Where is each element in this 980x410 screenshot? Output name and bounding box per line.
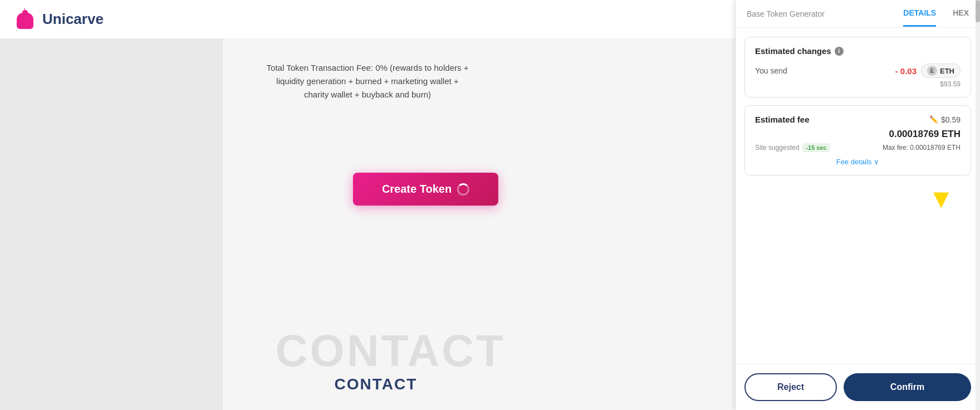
confirm-button[interactable]: Confirm <box>844 373 971 401</box>
contact-watermark: CONTACT <box>276 325 506 377</box>
you-send-right: - 0.03 E ETH <box>895 64 961 78</box>
fee-details-link[interactable]: Fee details ∨ <box>755 158 961 166</box>
metamask-panel: Base Token Generator DETAILS HEX Estimat… <box>735 0 980 410</box>
arrow-annotation: ▼ <box>744 186 971 212</box>
estimated-changes-title: Estimated changes i <box>755 46 961 56</box>
logo-text: Unicarve <box>42 11 104 28</box>
eth-label: ETH <box>940 67 954 75</box>
reject-button[interactable]: Reject <box>744 373 837 401</box>
you-send-row: You send - 0.03 E ETH <box>755 64 961 78</box>
tab-hex[interactable]: HEX <box>953 1 969 27</box>
main-content: Total Token Transaction Fee: 0% (rewards… <box>0 39 735 410</box>
create-token-label: Create Token <box>382 183 452 196</box>
fee-details-label: Fee details <box>836 158 872 166</box>
fee-usd-row: ✏️ $0.59 <box>929 115 961 124</box>
info-icon: i <box>835 47 844 56</box>
main-area: Unicarve Total Token Transaction Fee: 0%… <box>0 0 735 410</box>
panel-header: Base Token Generator DETAILS HEX <box>736 0 980 28</box>
logo-container: Unicarve <box>13 8 104 31</box>
estimated-changes-card: Estimated changes i You send - 0.03 E ET… <box>744 37 971 97</box>
fee-row-bottom: Site suggested -15 sec Max fee: 0.000187… <box>755 143 961 152</box>
fee-text-line2: liquidity generation + burned + marketin… <box>276 76 458 86</box>
you-send-label: You send <box>755 66 787 75</box>
svg-point-1 <box>23 10 27 13</box>
time-badge: -15 sec <box>802 143 830 152</box>
panel-scrollbar <box>976 0 980 410</box>
chevron-down-icon: ∨ <box>874 158 879 166</box>
send-usd-value: $93.59 <box>755 80 961 88</box>
contact-title: CONTACT <box>334 375 417 393</box>
fee-eth-amount: 0.00018769 ETH <box>755 129 961 140</box>
estimated-fee-title: Estimated fee <box>755 115 810 124</box>
eth-circle-icon: E <box>927 66 937 76</box>
estimated-fee-card: Estimated fee ✏️ $0.59 0.00018769 ETH Si… <box>744 105 971 175</box>
eth-badge: E ETH <box>921 64 961 78</box>
create-token-button[interactable]: Create Token <box>353 173 498 206</box>
tab-details[interactable]: DETAILS <box>903 1 936 27</box>
logo-icon <box>13 8 37 31</box>
yellow-arrow-icon: ▼ <box>928 186 954 212</box>
panel-site-label: Base Token Generator <box>747 9 886 18</box>
fee-text: Total Token Transaction Fee: 0% (rewards… <box>173 61 562 101</box>
max-fee-value: 0.00018769 ETH <box>910 144 961 152</box>
send-amount: - 0.03 <box>895 66 917 76</box>
edit-icon[interactable]: ✏️ <box>929 115 938 124</box>
fee-usd-value: $0.59 <box>941 115 961 124</box>
loading-spinner <box>457 183 469 196</box>
scrollbar-thumb <box>976 0 980 22</box>
fee-text-line3: charity wallet + buyback and burn) <box>304 90 431 99</box>
max-fee: Max fee: 0.00018769 ETH <box>883 144 961 152</box>
panel-body: Estimated changes i You send - 0.03 E ET… <box>736 28 980 364</box>
fee-text-line1: Total Token Transaction Fee: 0% (rewards… <box>267 63 469 72</box>
content-area: Total Token Transaction Fee: 0% (rewards… <box>0 39 735 410</box>
fee-title-row: Estimated fee ✏️ $0.59 <box>755 115 961 124</box>
header: Unicarve <box>0 0 735 39</box>
panel-footer: Reject Confirm <box>736 364 980 410</box>
site-suggested: Site suggested -15 sec <box>755 143 830 152</box>
